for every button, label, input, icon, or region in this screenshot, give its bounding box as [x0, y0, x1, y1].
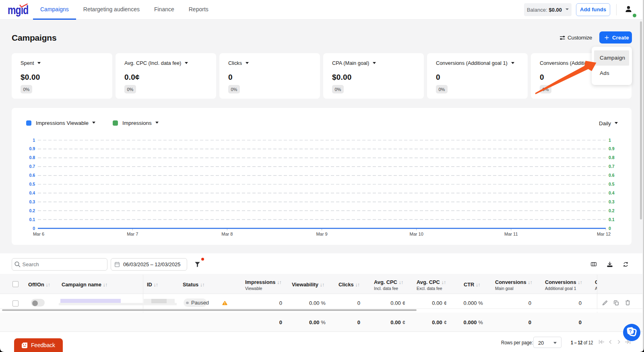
svg-text:0.6: 0.6	[609, 173, 615, 178]
svg-text:1: 1	[609, 138, 611, 143]
svg-text:0.2: 0.2	[29, 208, 35, 213]
svg-text:Mar 11: Mar 11	[504, 232, 518, 236]
svg-text:0.1: 0.1	[29, 217, 35, 222]
svg-text:0.3: 0.3	[29, 199, 35, 204]
svg-text:0: 0	[33, 226, 35, 231]
svg-text:1: 1	[33, 138, 35, 143]
svg-text:0.2: 0.2	[609, 208, 615, 213]
svg-text:0.5: 0.5	[609, 182, 615, 186]
svg-text:Mar 10: Mar 10	[410, 232, 423, 236]
svg-text:Mar 8: Mar 8	[221, 232, 233, 236]
svg-text:0.8: 0.8	[29, 155, 35, 160]
svg-text:Mar 6: Mar 6	[33, 232, 44, 236]
svg-text:0.7: 0.7	[609, 164, 615, 169]
svg-text:0.5: 0.5	[29, 182, 35, 186]
svg-text:0: 0	[609, 226, 611, 231]
svg-text:Mar 7: Mar 7	[127, 232, 138, 236]
svg-text:0.9: 0.9	[609, 146, 615, 151]
svg-text:0.4: 0.4	[29, 190, 35, 195]
svg-text:0.4: 0.4	[609, 190, 615, 195]
svg-text:Mar 9: Mar 9	[316, 232, 327, 236]
svg-text:0.7: 0.7	[29, 164, 35, 169]
svg-text:Mar 12: Mar 12	[597, 232, 611, 236]
svg-text:0.3: 0.3	[609, 199, 615, 204]
svg-text:0.8: 0.8	[609, 155, 615, 160]
svg-text:0.1: 0.1	[609, 217, 615, 222]
svg-text:0.6: 0.6	[29, 173, 35, 178]
svg-text:0.9: 0.9	[29, 146, 35, 151]
